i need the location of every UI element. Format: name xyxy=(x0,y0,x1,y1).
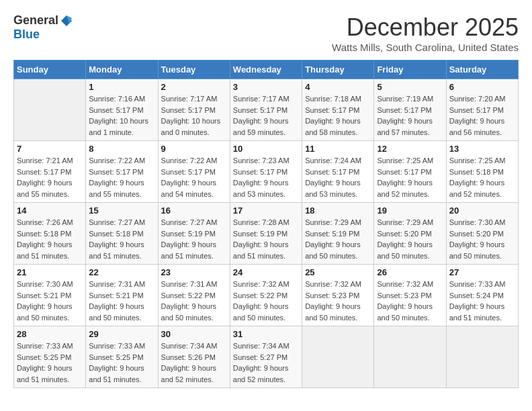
day-info: Sunrise: 7:27 AM Sunset: 5:19 PM Dayligh… xyxy=(161,217,227,261)
day-info: Sunrise: 7:34 AM Sunset: 5:26 PM Dayligh… xyxy=(161,340,227,385)
logo-icon xyxy=(60,14,73,28)
calendar-cell: 16Sunrise: 7:27 AM Sunset: 5:19 PM Dayli… xyxy=(158,203,230,265)
calendar-cell: 14Sunrise: 7:26 AM Sunset: 5:18 PM Dayli… xyxy=(14,203,86,265)
calendar-week-3: 14Sunrise: 7:26 AM Sunset: 5:18 PM Dayli… xyxy=(14,203,519,265)
logo: General Blue xyxy=(13,13,73,42)
day-info: Sunrise: 7:19 AM Sunset: 5:17 PM Dayligh… xyxy=(377,93,443,138)
day-info: Sunrise: 7:22 AM Sunset: 5:17 PM Dayligh… xyxy=(89,155,154,199)
header-day-sunday: Sunday xyxy=(14,60,86,79)
day-info: Sunrise: 7:31 AM Sunset: 5:22 PM Dayligh… xyxy=(161,279,227,323)
day-number: 15 xyxy=(89,205,154,216)
header-day-wednesday: Wednesday xyxy=(230,60,302,79)
day-info: Sunrise: 7:16 AM Sunset: 5:17 PM Dayligh… xyxy=(89,93,154,138)
calendar-cell: 28Sunrise: 7:33 AM Sunset: 5:25 PM Dayli… xyxy=(14,326,86,388)
calendar-cell: 1Sunrise: 7:16 AM Sunset: 5:17 PM Daylig… xyxy=(86,79,158,141)
day-number: 3 xyxy=(233,82,299,92)
calendar-cell: 29Sunrise: 7:33 AM Sunset: 5:25 PM Dayli… xyxy=(86,326,158,388)
day-info: Sunrise: 7:29 AM Sunset: 5:19 PM Dayligh… xyxy=(305,217,371,261)
calendar-cell xyxy=(446,326,518,388)
calendar-cell: 6Sunrise: 7:20 AM Sunset: 5:17 PM Daylig… xyxy=(446,79,518,141)
header-day-saturday: Saturday xyxy=(446,60,518,79)
header-row: SundayMondayTuesdayWednesdayThursdayFrid… xyxy=(14,60,519,79)
day-number: 26 xyxy=(377,267,443,277)
day-info: Sunrise: 7:33 AM Sunset: 5:24 PM Dayligh… xyxy=(449,279,515,323)
calendar-week-4: 21Sunrise: 7:30 AM Sunset: 5:21 PM Dayli… xyxy=(14,265,519,326)
calendar-week-1: 1Sunrise: 7:16 AM Sunset: 5:17 PM Daylig… xyxy=(14,79,519,141)
page-header: General Blue December 2025 Watts Mills, … xyxy=(13,13,519,53)
location-subtitle: Watts Mills, South Carolina, United Stat… xyxy=(332,42,519,53)
day-number: 21 xyxy=(17,267,83,277)
calendar-cell: 2Sunrise: 7:17 AM Sunset: 5:17 PM Daylig… xyxy=(158,79,230,141)
calendar-cell: 12Sunrise: 7:25 AM Sunset: 5:17 PM Dayli… xyxy=(374,141,446,203)
calendar-cell: 9Sunrise: 7:22 AM Sunset: 5:17 PM Daylig… xyxy=(158,141,230,203)
calendar-cell: 25Sunrise: 7:32 AM Sunset: 5:23 PM Dayli… xyxy=(302,265,374,326)
day-info: Sunrise: 7:33 AM Sunset: 5:25 PM Dayligh… xyxy=(17,340,83,385)
calendar-cell: 11Sunrise: 7:24 AM Sunset: 5:17 PM Dayli… xyxy=(302,141,374,203)
calendar-cell: 21Sunrise: 7:30 AM Sunset: 5:21 PM Dayli… xyxy=(14,265,86,326)
day-number: 27 xyxy=(449,267,515,277)
calendar-table: SundayMondayTuesdayWednesdayThursdayFrid… xyxy=(13,60,519,388)
day-info: Sunrise: 7:32 AM Sunset: 5:22 PM Dayligh… xyxy=(233,279,299,323)
day-info: Sunrise: 7:27 AM Sunset: 5:18 PM Dayligh… xyxy=(89,217,154,261)
calendar-cell: 10Sunrise: 7:23 AM Sunset: 5:17 PM Dayli… xyxy=(230,141,302,203)
calendar-cell: 30Sunrise: 7:34 AM Sunset: 5:26 PM Dayli… xyxy=(158,326,230,388)
day-number: 4 xyxy=(305,82,371,92)
day-number: 5 xyxy=(377,82,443,92)
day-number: 25 xyxy=(305,267,371,277)
day-info: Sunrise: 7:32 AM Sunset: 5:23 PM Dayligh… xyxy=(377,279,443,323)
day-number: 1 xyxy=(89,82,154,92)
calendar-cell: 4Sunrise: 7:18 AM Sunset: 5:17 PM Daylig… xyxy=(302,79,374,141)
calendar-cell xyxy=(374,326,446,388)
day-info: Sunrise: 7:17 AM Sunset: 5:17 PM Dayligh… xyxy=(233,93,299,138)
day-number: 13 xyxy=(449,144,515,154)
calendar-cell: 26Sunrise: 7:32 AM Sunset: 5:23 PM Dayli… xyxy=(374,265,446,326)
day-number: 18 xyxy=(305,205,371,216)
day-number: 20 xyxy=(449,205,515,216)
month-title: December 2025 xyxy=(332,13,519,42)
day-number: 30 xyxy=(161,329,227,339)
day-info: Sunrise: 7:17 AM Sunset: 5:17 PM Dayligh… xyxy=(161,93,227,138)
calendar-cell: 20Sunrise: 7:30 AM Sunset: 5:20 PM Dayli… xyxy=(446,203,518,265)
day-number: 12 xyxy=(377,144,443,154)
day-number: 16 xyxy=(161,205,227,216)
calendar-cell: 7Sunrise: 7:21 AM Sunset: 5:17 PM Daylig… xyxy=(14,141,86,203)
day-info: Sunrise: 7:28 AM Sunset: 5:19 PM Dayligh… xyxy=(233,217,299,261)
day-info: Sunrise: 7:32 AM Sunset: 5:23 PM Dayligh… xyxy=(305,279,371,323)
day-info: Sunrise: 7:22 AM Sunset: 5:17 PM Dayligh… xyxy=(161,155,227,199)
day-number: 19 xyxy=(377,205,443,216)
calendar-cell: 3Sunrise: 7:17 AM Sunset: 5:17 PM Daylig… xyxy=(230,79,302,141)
calendar-cell: 8Sunrise: 7:22 AM Sunset: 5:17 PM Daylig… xyxy=(86,141,158,203)
calendar-cell: 18Sunrise: 7:29 AM Sunset: 5:19 PM Dayli… xyxy=(302,203,374,265)
calendar-cell: 22Sunrise: 7:31 AM Sunset: 5:21 PM Dayli… xyxy=(86,265,158,326)
day-info: Sunrise: 7:25 AM Sunset: 5:18 PM Dayligh… xyxy=(449,155,515,199)
calendar-cell: 15Sunrise: 7:27 AM Sunset: 5:18 PM Dayli… xyxy=(86,203,158,265)
day-number: 7 xyxy=(17,144,83,154)
day-number: 28 xyxy=(17,329,83,339)
day-info: Sunrise: 7:23 AM Sunset: 5:17 PM Dayligh… xyxy=(233,155,299,199)
day-info: Sunrise: 7:18 AM Sunset: 5:17 PM Dayligh… xyxy=(305,93,371,138)
day-number: 22 xyxy=(89,267,154,277)
day-info: Sunrise: 7:29 AM Sunset: 5:20 PM Dayligh… xyxy=(377,217,443,261)
logo-general-text: General xyxy=(13,13,58,28)
header-day-thursday: Thursday xyxy=(302,60,374,79)
day-number: 10 xyxy=(233,144,299,154)
calendar-cell: 24Sunrise: 7:32 AM Sunset: 5:22 PM Dayli… xyxy=(230,265,302,326)
calendar-cell: 23Sunrise: 7:31 AM Sunset: 5:22 PM Dayli… xyxy=(158,265,230,326)
day-info: Sunrise: 7:30 AM Sunset: 5:20 PM Dayligh… xyxy=(449,217,515,261)
calendar-cell: 13Sunrise: 7:25 AM Sunset: 5:18 PM Dayli… xyxy=(446,141,518,203)
day-number: 24 xyxy=(233,267,299,277)
day-info: Sunrise: 7:20 AM Sunset: 5:17 PM Dayligh… xyxy=(449,93,515,138)
header-day-tuesday: Tuesday xyxy=(158,60,230,79)
calendar-cell: 5Sunrise: 7:19 AM Sunset: 5:17 PM Daylig… xyxy=(374,79,446,141)
day-number: 14 xyxy=(17,205,83,216)
day-number: 11 xyxy=(305,144,371,154)
day-info: Sunrise: 7:26 AM Sunset: 5:18 PM Dayligh… xyxy=(17,217,83,261)
day-info: Sunrise: 7:21 AM Sunset: 5:17 PM Dayligh… xyxy=(17,155,83,199)
calendar-cell xyxy=(302,326,374,388)
day-info: Sunrise: 7:31 AM Sunset: 5:21 PM Dayligh… xyxy=(89,279,154,323)
calendar-cell: 19Sunrise: 7:29 AM Sunset: 5:20 PM Dayli… xyxy=(374,203,446,265)
day-number: 9 xyxy=(161,144,227,154)
day-number: 23 xyxy=(161,267,227,277)
header-day-monday: Monday xyxy=(86,60,158,79)
day-number: 31 xyxy=(233,329,299,339)
